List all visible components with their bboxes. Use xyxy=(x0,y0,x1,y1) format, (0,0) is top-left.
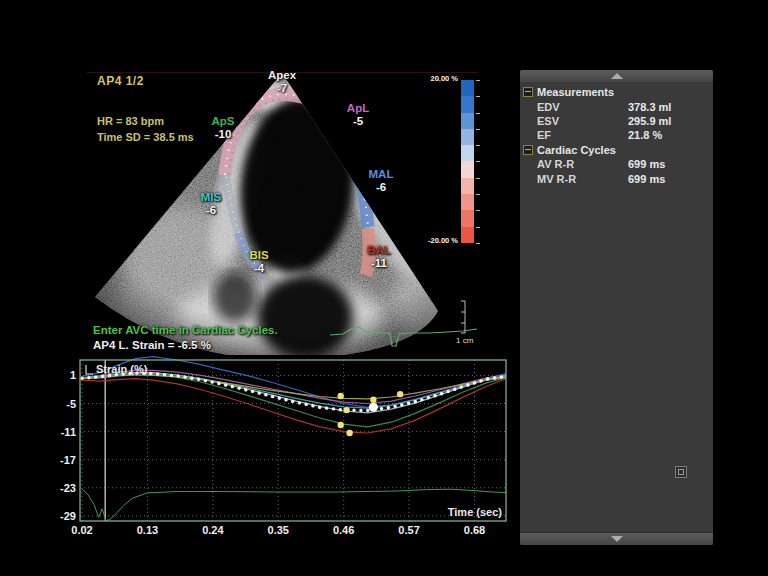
y-tick-label: 1 xyxy=(70,369,76,381)
colorbar-segment xyxy=(461,113,474,129)
peak-strain-marker xyxy=(370,397,376,403)
colorbar-max-label: 20.00 % xyxy=(415,74,458,83)
measurement-label: MV R-R xyxy=(537,173,576,185)
measurement-item-row: MV R-R699 ms xyxy=(520,171,713,185)
colorbar-segment xyxy=(461,129,474,145)
x-tick-label: 0.46 xyxy=(333,524,354,536)
strain-chart: 1-5-11-17-23-290.020.130.240.350.460.570… xyxy=(55,352,515,538)
measurement-item-row: EF21.8 % xyxy=(520,128,713,142)
x-tick-label: 0.35 xyxy=(268,524,289,536)
x-tick-label: 0.57 xyxy=(398,524,419,536)
group-label: Measurements xyxy=(537,86,614,98)
y-tick-label: -29 xyxy=(60,510,76,522)
status-message: Enter AVC time in Cardiac Cycles. xyxy=(93,324,278,338)
scale-label: 1 cm xyxy=(456,336,473,346)
segment-peak-strain-value: -7 xyxy=(268,82,296,95)
scroll-up-icon xyxy=(611,73,623,79)
y-tick-label: -17 xyxy=(60,454,76,466)
segment-name: ApL xyxy=(347,102,369,114)
segment-label-apl: ApL-5 xyxy=(347,102,369,128)
collapse-icon[interactable] xyxy=(523,145,533,155)
scroll-down-icon xyxy=(611,536,623,542)
x-tick-label: 0.02 xyxy=(71,524,92,536)
colorbar-segment xyxy=(461,194,474,210)
measurement-item-row: EDV378.3 ml xyxy=(520,99,713,113)
colorbar-segment xyxy=(461,210,474,226)
colorbar-segment xyxy=(461,227,474,243)
ultrasound-view: AP4 1/2 HR = 83 bpm Time SD = 38.5 ms Ap… xyxy=(85,65,487,355)
measurement-item-row: AV R-R699 ms xyxy=(520,157,713,171)
measurement-value: 378.3 ml xyxy=(628,101,671,113)
measurement-value: 21.8 % xyxy=(628,129,662,141)
current-frame-marker xyxy=(369,403,378,412)
segment-peak-strain-value: -5 xyxy=(347,115,369,128)
peak-strain-marker xyxy=(337,422,343,428)
panel-scroll-down[interactable] xyxy=(520,532,713,545)
measurement-label: ESV xyxy=(537,115,559,127)
segment-peak-strain-value: -11 xyxy=(367,257,391,270)
segment-name: BIS xyxy=(249,249,268,261)
strain-chart-plot: 1-5-11-17-23-290.020.130.240.350.460.570… xyxy=(55,352,515,538)
colorbar-segment xyxy=(461,161,474,177)
strain-curve-bis xyxy=(82,375,506,399)
colorbar-min-label: -20.00 % xyxy=(411,236,458,245)
measurement-value: 295.9 ml xyxy=(628,115,671,127)
segment-label-aps: ApS-10 xyxy=(212,115,235,141)
chart-border xyxy=(80,360,506,521)
strain-colorbar xyxy=(461,80,474,243)
view-label: AP4 1/2 xyxy=(97,74,144,88)
segment-name: Apex xyxy=(268,69,296,81)
peak-strain-marker xyxy=(337,393,343,399)
strain-curve-bal xyxy=(82,379,506,433)
segment-name: BAL xyxy=(367,244,391,256)
segment-peak-strain-value: -6 xyxy=(201,204,221,217)
collapse-icon[interactable] xyxy=(523,87,533,97)
chart-title: Strain (%) xyxy=(96,363,148,375)
measurement-value: 699 ms xyxy=(628,173,665,185)
ecg-trace xyxy=(82,489,506,521)
measurement-label: EF xyxy=(537,129,551,141)
peak-strain-marker xyxy=(346,430,352,436)
segment-label-mis: MIS-6 xyxy=(201,191,221,217)
application-screen: AP4 1/2 HR = 83 bpm Time SD = 38.5 ms Ap… xyxy=(0,0,768,576)
colorbar-segment xyxy=(461,96,474,112)
peak-strain-marker xyxy=(397,391,403,397)
colorbar-segment xyxy=(461,145,474,161)
panel-checkbox[interactable] xyxy=(675,466,687,478)
segment-peak-strain-value: -6 xyxy=(369,181,394,194)
y-tick-label: -23 xyxy=(60,482,76,494)
x-tick-label: 0.13 xyxy=(137,524,158,536)
colorbar-segment xyxy=(461,178,474,194)
x-tick-label: 0.68 xyxy=(464,524,485,536)
time-sd-label: Time SD = 38.5 ms xyxy=(97,131,194,144)
segment-peak-strain-value: -4 xyxy=(249,262,268,275)
measurement-label: EDV xyxy=(537,101,560,113)
segment-peak-strain-value: -10 xyxy=(212,128,235,141)
colorbar-ticks xyxy=(476,80,480,244)
ultrasound-fan-image xyxy=(85,65,487,355)
colorbar-segment xyxy=(461,80,474,96)
x-axis-label: Time (sec) xyxy=(448,506,503,518)
segment-name: ApS xyxy=(212,115,235,127)
peak-strain-marker xyxy=(343,407,349,413)
panel-scroll-up[interactable] xyxy=(520,70,713,82)
y-tick-label: -5 xyxy=(66,398,76,410)
depth-ruler xyxy=(461,301,465,333)
measurement-group-row: Cardiac Cycles xyxy=(520,143,713,157)
measurement-label: AV R-R xyxy=(537,158,574,170)
heart-rate-label: HR = 83 bpm xyxy=(97,115,164,128)
measurement-group-row: Measurements xyxy=(520,85,713,99)
axis-corner-icon xyxy=(86,365,93,374)
measurement-item-row: ESV295.9 ml xyxy=(520,114,713,128)
measurement-tree: MeasurementsEDV378.3 mlESV295.9 mlEF21.8… xyxy=(520,85,713,186)
measurements-panel: MeasurementsEDV378.3 mlESV295.9 mlEF21.8… xyxy=(520,70,713,545)
segment-name: MAL xyxy=(369,168,394,180)
global-strain-value: AP4 L. Strain = -6.5 % xyxy=(93,339,211,353)
segment-label-mal: MAL-6 xyxy=(369,168,394,194)
y-tick-label: -11 xyxy=(61,426,76,438)
segment-label-bal: BAL-11 xyxy=(367,244,391,270)
measurement-value: 699 ms xyxy=(628,158,665,170)
x-tick-label: 0.24 xyxy=(202,524,224,536)
group-label: Cardiac Cycles xyxy=(537,144,616,156)
segment-label-bis: BIS-4 xyxy=(249,249,268,275)
